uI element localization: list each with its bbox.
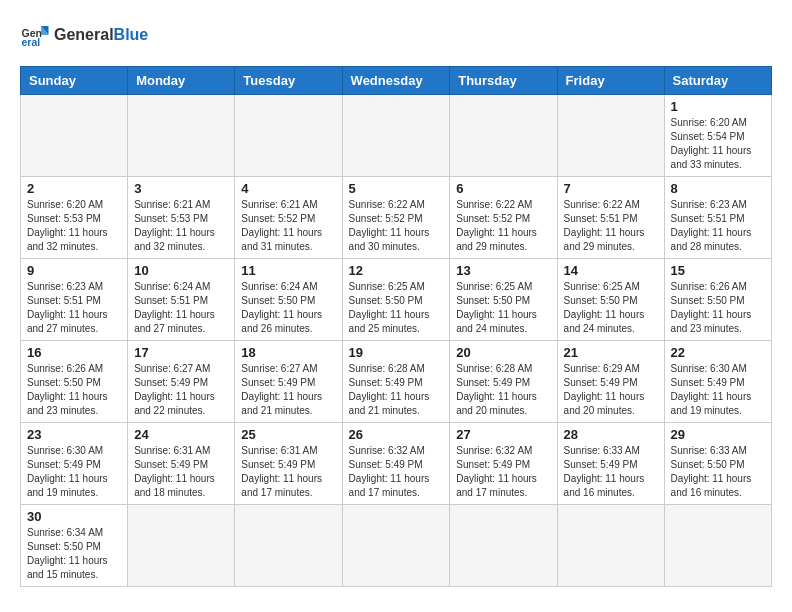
day-cell: 21Sunrise: 6:29 AMSunset: 5:49 PMDayligh… [557, 341, 664, 423]
day-info: Sunrise: 6:33 AMSunset: 5:49 PMDaylight:… [564, 444, 658, 500]
day-number: 3 [134, 181, 228, 196]
day-number: 28 [564, 427, 658, 442]
week-row-1: 1Sunrise: 6:20 AMSunset: 5:54 PMDaylight… [21, 95, 772, 177]
day-cell: 15Sunrise: 6:26 AMSunset: 5:50 PMDayligh… [664, 259, 771, 341]
day-info: Sunrise: 6:24 AMSunset: 5:50 PMDaylight:… [241, 280, 335, 336]
day-info: Sunrise: 6:20 AMSunset: 5:54 PMDaylight:… [671, 116, 765, 172]
day-cell [557, 505, 664, 587]
day-cell [21, 95, 128, 177]
day-cell: 9Sunrise: 6:23 AMSunset: 5:51 PMDaylight… [21, 259, 128, 341]
day-cell: 18Sunrise: 6:27 AMSunset: 5:49 PMDayligh… [235, 341, 342, 423]
day-number: 4 [241, 181, 335, 196]
day-cell: 25Sunrise: 6:31 AMSunset: 5:49 PMDayligh… [235, 423, 342, 505]
day-cell: 27Sunrise: 6:32 AMSunset: 5:49 PMDayligh… [450, 423, 557, 505]
logo-icon: Gen eral [20, 20, 50, 50]
day-cell: 19Sunrise: 6:28 AMSunset: 5:49 PMDayligh… [342, 341, 450, 423]
day-number: 17 [134, 345, 228, 360]
day-info: Sunrise: 6:22 AMSunset: 5:51 PMDaylight:… [564, 198, 658, 254]
weekday-header-tuesday: Tuesday [235, 67, 342, 95]
day-cell [128, 95, 235, 177]
day-number: 13 [456, 263, 550, 278]
day-number: 1 [671, 99, 765, 114]
day-number: 27 [456, 427, 550, 442]
day-cell: 20Sunrise: 6:28 AMSunset: 5:49 PMDayligh… [450, 341, 557, 423]
day-number: 24 [134, 427, 228, 442]
day-cell: 11Sunrise: 6:24 AMSunset: 5:50 PMDayligh… [235, 259, 342, 341]
calendar-table: SundayMondayTuesdayWednesdayThursdayFrid… [20, 66, 772, 587]
day-info: Sunrise: 6:25 AMSunset: 5:50 PMDaylight:… [349, 280, 444, 336]
day-cell [664, 505, 771, 587]
day-number: 7 [564, 181, 658, 196]
day-number: 19 [349, 345, 444, 360]
day-info: Sunrise: 6:32 AMSunset: 5:49 PMDaylight:… [456, 444, 550, 500]
day-info: Sunrise: 6:22 AMSunset: 5:52 PMDaylight:… [456, 198, 550, 254]
day-cell [450, 95, 557, 177]
day-number: 26 [349, 427, 444, 442]
day-cell: 22Sunrise: 6:30 AMSunset: 5:49 PMDayligh… [664, 341, 771, 423]
day-number: 12 [349, 263, 444, 278]
day-cell [342, 505, 450, 587]
day-info: Sunrise: 6:26 AMSunset: 5:50 PMDaylight:… [27, 362, 121, 418]
day-cell: 1Sunrise: 6:20 AMSunset: 5:54 PMDaylight… [664, 95, 771, 177]
day-cell: 23Sunrise: 6:30 AMSunset: 5:49 PMDayligh… [21, 423, 128, 505]
day-number: 6 [456, 181, 550, 196]
day-info: Sunrise: 6:30 AMSunset: 5:49 PMDaylight:… [27, 444, 121, 500]
weekday-header-row: SundayMondayTuesdayWednesdayThursdayFrid… [21, 67, 772, 95]
week-row-6: 30Sunrise: 6:34 AMSunset: 5:50 PMDayligh… [21, 505, 772, 587]
day-cell: 12Sunrise: 6:25 AMSunset: 5:50 PMDayligh… [342, 259, 450, 341]
weekday-header-monday: Monday [128, 67, 235, 95]
day-cell: 3Sunrise: 6:21 AMSunset: 5:53 PMDaylight… [128, 177, 235, 259]
week-row-2: 2Sunrise: 6:20 AMSunset: 5:53 PMDaylight… [21, 177, 772, 259]
day-info: Sunrise: 6:29 AMSunset: 5:49 PMDaylight:… [564, 362, 658, 418]
week-row-3: 9Sunrise: 6:23 AMSunset: 5:51 PMDaylight… [21, 259, 772, 341]
weekday-header-saturday: Saturday [664, 67, 771, 95]
day-number: 18 [241, 345, 335, 360]
day-info: Sunrise: 6:32 AMSunset: 5:49 PMDaylight:… [349, 444, 444, 500]
day-info: Sunrise: 6:34 AMSunset: 5:50 PMDaylight:… [27, 526, 121, 582]
day-info: Sunrise: 6:25 AMSunset: 5:50 PMDaylight:… [564, 280, 658, 336]
day-cell [235, 95, 342, 177]
day-info: Sunrise: 6:24 AMSunset: 5:51 PMDaylight:… [134, 280, 228, 336]
week-row-5: 23Sunrise: 6:30 AMSunset: 5:49 PMDayligh… [21, 423, 772, 505]
day-cell [557, 95, 664, 177]
logo: Gen eral GeneralBlue [20, 20, 148, 50]
weekday-header-wednesday: Wednesday [342, 67, 450, 95]
day-info: Sunrise: 6:20 AMSunset: 5:53 PMDaylight:… [27, 198, 121, 254]
day-cell [235, 505, 342, 587]
day-info: Sunrise: 6:31 AMSunset: 5:49 PMDaylight:… [134, 444, 228, 500]
day-info: Sunrise: 6:23 AMSunset: 5:51 PMDaylight:… [671, 198, 765, 254]
day-number: 10 [134, 263, 228, 278]
day-cell: 14Sunrise: 6:25 AMSunset: 5:50 PMDayligh… [557, 259, 664, 341]
day-cell: 8Sunrise: 6:23 AMSunset: 5:51 PMDaylight… [664, 177, 771, 259]
day-number: 15 [671, 263, 765, 278]
day-info: Sunrise: 6:25 AMSunset: 5:50 PMDaylight:… [456, 280, 550, 336]
day-number: 2 [27, 181, 121, 196]
day-cell: 6Sunrise: 6:22 AMSunset: 5:52 PMDaylight… [450, 177, 557, 259]
day-info: Sunrise: 6:22 AMSunset: 5:52 PMDaylight:… [349, 198, 444, 254]
day-info: Sunrise: 6:21 AMSunset: 5:52 PMDaylight:… [241, 198, 335, 254]
day-cell [450, 505, 557, 587]
svg-text:eral: eral [22, 36, 41, 48]
day-number: 9 [27, 263, 121, 278]
day-number: 30 [27, 509, 121, 524]
day-info: Sunrise: 6:31 AMSunset: 5:49 PMDaylight:… [241, 444, 335, 500]
day-cell: 16Sunrise: 6:26 AMSunset: 5:50 PMDayligh… [21, 341, 128, 423]
day-info: Sunrise: 6:26 AMSunset: 5:50 PMDaylight:… [671, 280, 765, 336]
day-cell: 28Sunrise: 6:33 AMSunset: 5:49 PMDayligh… [557, 423, 664, 505]
day-number: 5 [349, 181, 444, 196]
day-number: 25 [241, 427, 335, 442]
day-number: 8 [671, 181, 765, 196]
day-info: Sunrise: 6:30 AMSunset: 5:49 PMDaylight:… [671, 362, 765, 418]
day-cell: 2Sunrise: 6:20 AMSunset: 5:53 PMDaylight… [21, 177, 128, 259]
day-info: Sunrise: 6:33 AMSunset: 5:50 PMDaylight:… [671, 444, 765, 500]
day-info: Sunrise: 6:28 AMSunset: 5:49 PMDaylight:… [456, 362, 550, 418]
day-number: 23 [27, 427, 121, 442]
day-cell: 4Sunrise: 6:21 AMSunset: 5:52 PMDaylight… [235, 177, 342, 259]
day-info: Sunrise: 6:28 AMSunset: 5:49 PMDaylight:… [349, 362, 444, 418]
weekday-header-thursday: Thursday [450, 67, 557, 95]
weekday-header-sunday: Sunday [21, 67, 128, 95]
day-number: 16 [27, 345, 121, 360]
weekday-header-friday: Friday [557, 67, 664, 95]
day-cell: 13Sunrise: 6:25 AMSunset: 5:50 PMDayligh… [450, 259, 557, 341]
day-info: Sunrise: 6:27 AMSunset: 5:49 PMDaylight:… [241, 362, 335, 418]
